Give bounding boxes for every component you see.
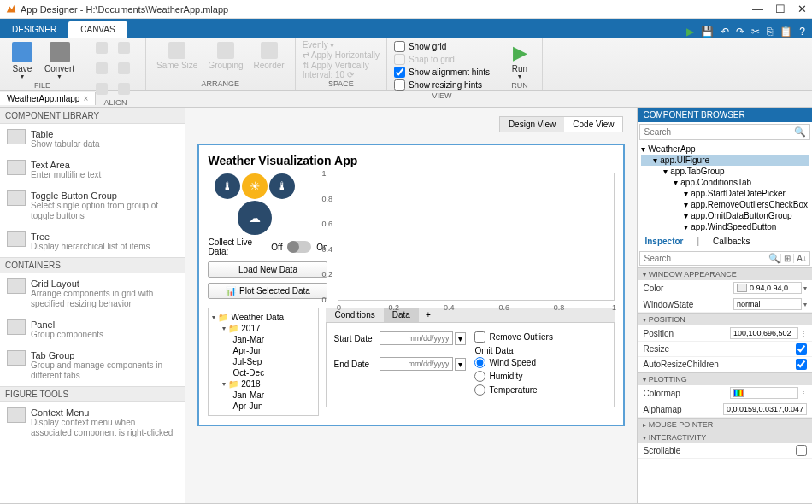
- library-item[interactable]: Grid LayoutArrange components in grid wi…: [0, 273, 185, 314]
- scrollable-checkbox[interactable]: [796, 445, 807, 456]
- plot-data-button[interactable]: 📊Plot Selected Data: [208, 283, 327, 299]
- tab-canvas[interactable]: CANVAS: [68, 21, 127, 38]
- tree-node[interactable]: ▾ app.StartDateDatePicker: [641, 188, 809, 199]
- dropdown-icon[interactable]: ▾: [455, 358, 466, 371]
- tree-node[interactable]: ▾ app.RemoveOutliersCheckBox: [641, 199, 809, 210]
- collect-data-switch[interactable]: [287, 241, 311, 253]
- winstate-dropdown-icon[interactable]: ▾: [803, 301, 807, 308]
- thermometer-icon: 🌡: [215, 173, 240, 199]
- minimize-button[interactable]: —: [752, 3, 763, 15]
- inspector-tab[interactable]: Inspector: [638, 234, 690, 249]
- sort-icon[interactable]: A↓: [793, 254, 809, 263]
- load-data-button[interactable]: Load New Data: [208, 261, 327, 278]
- same-size-button[interactable]: Same Size: [153, 40, 201, 72]
- section-window-appearance[interactable]: WINDOW APPEARANCE: [638, 267, 812, 280]
- inspector-search-input[interactable]: [640, 252, 768, 265]
- paste-qa-icon[interactable]: 📋: [780, 26, 792, 38]
- tab-designer[interactable]: DESIGNER: [0, 21, 68, 38]
- close-tab-icon[interactable]: ×: [83, 94, 88, 103]
- design-canvas[interactable]: Design View Code View Weather Visualizat…: [185, 108, 637, 503]
- component-tree[interactable]: ▾ WeatherApp▾ app.UIFigure▾ app.TabGroup…: [638, 142, 812, 234]
- ribbon: Save▼ Convert▼ FILE ALIGN Same Size Grou…: [0, 38, 812, 91]
- component-icon: [7, 319, 26, 335]
- save-qa-icon[interactable]: 💾: [701, 26, 714, 38]
- show-resize-checkbox[interactable]: Show resizing hints: [394, 79, 482, 91]
- code-view-button[interactable]: Code View: [564, 117, 622, 132]
- undo-qa-icon[interactable]: ↶: [721, 26, 729, 38]
- doc-tab-weatherapp[interactable]: WeatherApp.mlapp×: [0, 92, 96, 105]
- snap-grid-checkbox[interactable]: Snap to grid: [394, 53, 455, 66]
- component-browser-panel: COMPONENT BROWSER 🔍 ▾ WeatherApp▾ app.UI…: [637, 108, 812, 503]
- add-tab-button[interactable]: +: [419, 308, 438, 322]
- copy-qa-icon[interactable]: ⎘: [767, 26, 773, 38]
- help-qa-icon[interactable]: ?: [799, 26, 805, 38]
- pos-more-icon[interactable]: ⋮: [800, 330, 807, 337]
- tree-node[interactable]: ▾ app.OmitDataButtonGroup: [641, 210, 809, 221]
- ui-axes[interactable]: 00.20.40.60.8100.20.40.60.81: [338, 173, 615, 301]
- autoresize-checkbox[interactable]: [796, 359, 807, 370]
- close-button[interactable]: ✕: [797, 3, 807, 15]
- reorder-button[interactable]: Reorder: [250, 40, 288, 72]
- app-uifigure[interactable]: Weather Visualization App 🌡 ☀ 🌡 ☁ Collec…: [197, 144, 625, 426]
- component-icon: [7, 407, 26, 423]
- colormap-more-icon[interactable]: ⋮: [800, 390, 807, 397]
- apply-horiz-button[interactable]: ⇄ Apply Horizontally: [303, 50, 380, 60]
- play-icon: ▶: [513, 42, 527, 64]
- section-plotting[interactable]: PLOTTING: [638, 372, 812, 385]
- section-position[interactable]: POSITION: [638, 313, 812, 325]
- component-icon: [7, 350, 26, 366]
- callbacks-tab[interactable]: Callbacks: [706, 234, 756, 249]
- cut-qa-icon[interactable]: ✂: [751, 26, 760, 38]
- tree-node[interactable]: ▾ app.ConditionsTab: [641, 177, 809, 188]
- quick-access: ▶ 💾 ↶ ↷ ✂ ⎘ 📋 ?: [686, 26, 812, 38]
- tree-node[interactable]: ▾ app.TabGroup: [641, 166, 809, 177]
- start-date-picker[interactable]: [380, 331, 453, 345]
- show-alignment-checkbox[interactable]: Show alignment hints: [394, 66, 490, 79]
- component-icon: [7, 129, 26, 144]
- show-grid-checkbox[interactable]: Show grid: [394, 40, 446, 53]
- categorize-icon[interactable]: ⊞: [780, 254, 793, 263]
- library-item[interactable]: Tab GroupGroup and manage components in …: [0, 345, 185, 386]
- library-item[interactable]: PanelGroup components: [0, 314, 185, 345]
- library-item[interactable]: Context MenuDisplay context menu when as…: [0, 402, 185, 443]
- grouping-button[interactable]: Grouping: [204, 40, 246, 72]
- align-top-button[interactable]: [115, 61, 133, 78]
- tree-node[interactable]: ▾ WeatherApp: [641, 144, 809, 155]
- space-evenly-option[interactable]: Evenly ▾: [303, 40, 335, 50]
- wind-speed-radio[interactable]: Wind Speed: [474, 357, 552, 368]
- run-qa-icon[interactable]: ▶: [686, 26, 694, 38]
- section-interactivity[interactable]: INTERACTIVITY: [638, 431, 812, 443]
- browser-search-input[interactable]: [640, 125, 791, 139]
- weather-tree[interactable]: ▾📁 Weather Data ▾📁 2017Jan-MarApr-JunJul…: [208, 308, 319, 416]
- align-center-button[interactable]: [115, 40, 133, 57]
- library-item[interactable]: TableShow tabular data: [0, 124, 185, 155]
- tree-node[interactable]: ▾ app.UIFigure: [641, 155, 809, 166]
- apply-vert-button[interactable]: ⇅ Apply Vertically: [303, 61, 369, 70]
- save-button[interactable]: Save▼: [7, 40, 38, 81]
- weather-image: 🌡 ☀ 🌡 ☁: [208, 173, 302, 232]
- conditions-tab[interactable]: Conditions: [326, 308, 383, 322]
- search-icon[interactable]: 🔍: [768, 253, 780, 264]
- run-button[interactable]: ▶Run▼: [504, 40, 535, 81]
- align-bot-button[interactable]: [115, 81, 133, 98]
- end-date-picker[interactable]: [380, 357, 453, 371]
- library-item[interactable]: TreeDisplay hierarchical list of items: [0, 226, 185, 257]
- dropdown-icon[interactable]: ▾: [455, 332, 466, 345]
- design-view-button[interactable]: Design View: [500, 117, 564, 132]
- humidity-radio[interactable]: Humidity: [474, 371, 552, 382]
- redo-qa-icon[interactable]: ↷: [736, 26, 744, 38]
- view-toggle: Design View Code View: [499, 116, 624, 132]
- maximize-button[interactable]: ☐: [775, 3, 786, 15]
- search-icon[interactable]: 🔍: [791, 125, 809, 139]
- align-left-button[interactable]: [92, 40, 111, 57]
- tree-node[interactable]: ▾ app.WindSpeedButton: [641, 221, 809, 232]
- section-mouse[interactable]: MOUSE POINTER: [638, 418, 812, 431]
- align-right-button[interactable]: [92, 61, 111, 78]
- library-item[interactable]: Toggle Button GroupSelect single option …: [0, 185, 185, 226]
- temperature-radio[interactable]: Temperature: [474, 384, 552, 396]
- resize-checkbox[interactable]: [796, 343, 807, 355]
- library-item[interactable]: Text AreaEnter multiline text: [0, 155, 185, 185]
- remove-outliers-checkbox[interactable]: Remove Outliers: [474, 331, 552, 343]
- convert-button[interactable]: Convert▼: [41, 40, 78, 81]
- color-dropdown-icon[interactable]: ▾: [803, 284, 807, 292]
